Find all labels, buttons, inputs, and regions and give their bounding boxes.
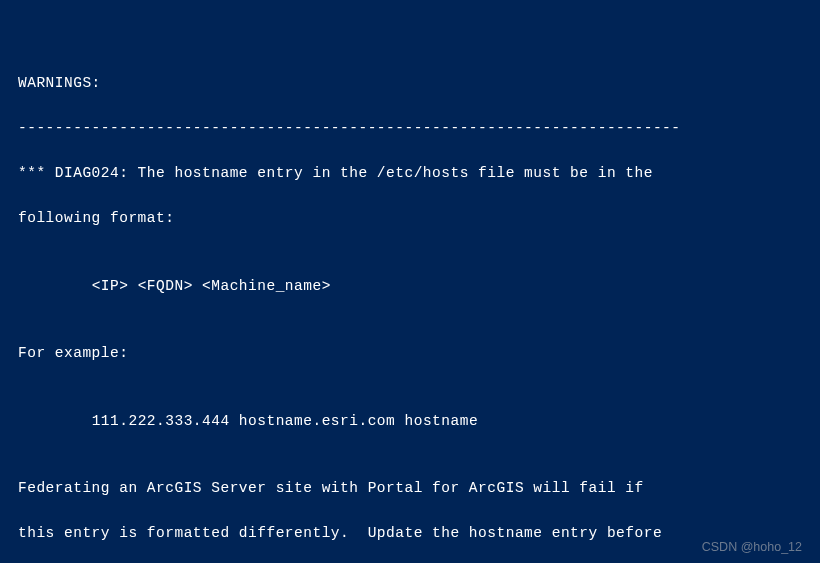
watermark-text: CSDN @hoho_12 [702,538,802,557]
terminal-output: WARNINGS: ------------------------------… [0,0,820,563]
example-value: 111.222.333.444 hostname.esri.com hostna… [18,410,802,432]
federation-warning-line2: this entry is formatted differently. Upd… [18,522,802,544]
example-label: For example: [18,342,802,364]
warnings-header: WARNINGS: [18,72,802,94]
divider-line: ----------------------------------------… [18,117,802,139]
diag-message-line2: following format: [18,207,802,229]
format-template: <IP> <FQDN> <Machine_name> [18,275,802,297]
diag-message-line1: *** DIAG024: The hostname entry in the /… [18,162,802,184]
federation-warning-line1: Federating an ArcGIS Server site with Po… [18,477,802,499]
